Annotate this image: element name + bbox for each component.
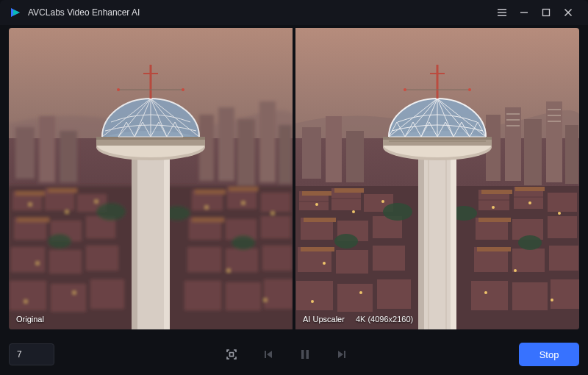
- svg-rect-109: [549, 246, 578, 271]
- svg-rect-87: [506, 125, 520, 126]
- svg-rect-105: [336, 250, 368, 274]
- svg-rect-11: [60, 131, 77, 182]
- svg-rect-161: [301, 350, 304, 359]
- svg-rect-0: [498, 9, 506, 10]
- svg-rect-118: [481, 190, 512, 194]
- app-title: AVCLabs Video Enhancer AI: [28, 7, 140, 18]
- svg-point-138: [359, 291, 362, 294]
- svg-rect-35: [262, 246, 292, 271]
- svg-rect-45: [229, 187, 258, 191]
- svg-rect-103: [548, 216, 577, 238]
- svg-rect-32: [86, 246, 118, 271]
- upscaled-label: AI Upscaler 4K (4096x2160): [303, 315, 413, 324]
- svg-rect-81: [505, 107, 521, 181]
- svg-point-61: [48, 234, 71, 249]
- svg-point-53: [271, 212, 274, 215]
- svg-rect-64: [132, 144, 137, 329]
- original-panel: Original: [9, 28, 293, 329]
- svg-point-133: [558, 212, 561, 215]
- svg-rect-44: [195, 190, 226, 194]
- svg-rect-3: [520, 12, 528, 12]
- minimize-button[interactable]: [513, 3, 535, 22]
- svg-rect-122: [301, 247, 334, 251]
- stop-button[interactable]: Stop: [519, 343, 579, 366]
- titlebar: AVCLabs Video Enhancer AI: [0, 0, 588, 25]
- svg-rect-162: [306, 350, 309, 359]
- svg-rect-152: [383, 137, 492, 140]
- svg-rect-112: [377, 279, 411, 309]
- svg-rect-121: [478, 218, 511, 222]
- svg-rect-111: [337, 284, 373, 312]
- svg-rect-160: [265, 351, 266, 358]
- svg-point-50: [95, 200, 98, 203]
- svg-rect-13: [218, 107, 234, 181]
- previous-frame-button[interactable]: [260, 346, 276, 362]
- svg-rect-40: [226, 282, 261, 310]
- svg-rect-146: [451, 144, 456, 329]
- svg-point-139: [484, 291, 487, 294]
- menu-icon: [497, 7, 507, 18]
- svg-rect-159: [230, 353, 234, 357]
- fullscreen-button[interactable]: [223, 346, 240, 362]
- next-frame-button[interactable]: [334, 346, 350, 362]
- svg-point-142: [334, 234, 358, 249]
- svg-rect-106: [373, 246, 405, 271]
- svg-rect-90: [548, 121, 561, 122]
- svg-rect-113: [471, 281, 508, 310]
- svg-point-136: [551, 299, 553, 301]
- svg-point-135: [514, 269, 517, 272]
- svg-point-54: [36, 262, 39, 265]
- svg-rect-47: [192, 218, 224, 222]
- svg-point-130: [381, 200, 384, 203]
- svg-rect-86: [506, 119, 520, 121]
- svg-point-157: [404, 88, 406, 91]
- frame-number-input[interactable]: 7: [9, 343, 54, 365]
- svg-rect-88: [548, 109, 561, 110]
- svg-rect-43: [48, 188, 77, 193]
- previous-frame-icon: [262, 349, 274, 360]
- svg-rect-69: [96, 137, 205, 140]
- svg-rect-89: [548, 115, 561, 116]
- svg-rect-38: [90, 279, 124, 309]
- minimize-icon: [520, 8, 528, 17]
- svg-point-143: [518, 235, 542, 250]
- svg-rect-145: [418, 144, 424, 329]
- pause-button[interactable]: [297, 346, 313, 362]
- svg-rect-82: [524, 119, 542, 185]
- svg-rect-120: [304, 218, 336, 222]
- svg-rect-117: [334, 188, 364, 193]
- svg-rect-1: [498, 12, 506, 12]
- svg-point-62: [232, 235, 255, 250]
- svg-point-158: [468, 88, 471, 91]
- maximize-icon: [542, 8, 551, 17]
- svg-rect-14: [237, 119, 255, 185]
- svg-point-132: [528, 201, 531, 204]
- svg-point-137: [311, 300, 314, 303]
- svg-rect-78: [326, 116, 342, 182]
- svg-point-128: [315, 203, 318, 206]
- maximize-button[interactable]: [535, 3, 557, 22]
- svg-point-48: [29, 203, 32, 206]
- svg-point-49: [65, 210, 68, 213]
- svg-point-140: [383, 203, 412, 221]
- svg-rect-79: [346, 131, 364, 182]
- close-icon: [564, 8, 573, 17]
- svg-rect-33: [187, 247, 221, 272]
- svg-rect-123: [477, 247, 511, 251]
- svg-point-52: [242, 201, 245, 204]
- svg-rect-37: [51, 284, 86, 312]
- svg-point-56: [264, 299, 267, 301]
- fullscreen-icon: [225, 348, 238, 361]
- svg-rect-9: [15, 127, 35, 179]
- footer-bar: 7 Stop: [0, 329, 588, 371]
- playback-controls: [54, 346, 519, 362]
- svg-rect-4: [543, 10, 550, 16]
- close-button[interactable]: [557, 3, 579, 22]
- svg-point-58: [73, 291, 76, 294]
- upscaled-resolution: 4K (4096x2160): [356, 315, 413, 324]
- svg-rect-31: [49, 250, 82, 274]
- menu-button[interactable]: [491, 3, 513, 22]
- svg-rect-29: [261, 216, 290, 238]
- frame-number-value: 7: [17, 349, 22, 360]
- svg-rect-42: [15, 191, 45, 196]
